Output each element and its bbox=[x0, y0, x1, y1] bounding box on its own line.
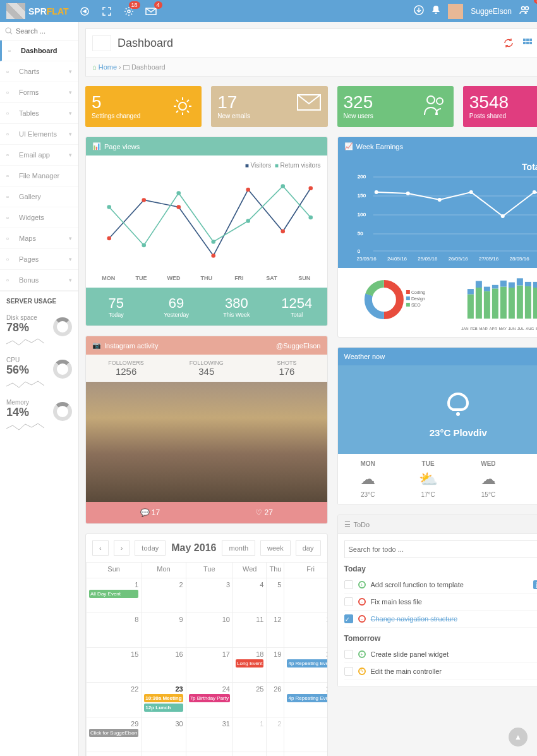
svg-rect-66 bbox=[492, 285, 498, 289]
svg-rect-72 bbox=[517, 278, 523, 285]
todo-item[interactable]: −Fix main less fileless× bbox=[344, 594, 538, 611]
svg-rect-59 bbox=[468, 295, 474, 319]
svg-text:100: 100 bbox=[357, 212, 366, 217]
todo-checkbox[interactable] bbox=[344, 650, 353, 659]
nav-ui-elements[interactable]: ▫UI Elements▾ bbox=[0, 124, 78, 145]
svg-point-44 bbox=[406, 192, 409, 195]
bell-icon[interactable]: 5 bbox=[431, 5, 440, 17]
svg-rect-67 bbox=[500, 287, 507, 319]
svg-rect-64 bbox=[484, 287, 490, 291]
todo-checkbox[interactable] bbox=[344, 580, 353, 589]
nav-file-manager[interactable]: ▫File Manager bbox=[0, 166, 78, 186]
svg-point-4 bbox=[522, 7, 525, 10]
svg-point-48 bbox=[532, 190, 536, 194]
svg-point-31 bbox=[427, 96, 435, 104]
cal-week[interactable]: week bbox=[260, 540, 291, 556]
avatar[interactable] bbox=[448, 4, 463, 19]
mail-icon[interactable]: 4 bbox=[145, 5, 157, 18]
search-input[interactable] bbox=[16, 27, 66, 35]
svg-point-20 bbox=[211, 253, 215, 258]
search-box[interactable] bbox=[0, 22, 78, 40]
svg-point-45 bbox=[437, 198, 441, 202]
cal-month[interactable]: month bbox=[222, 540, 255, 556]
cal-day[interactable]: day bbox=[296, 540, 321, 556]
nav-maps[interactable]: ▫Maps▾ bbox=[0, 228, 78, 249]
tile-new-emails[interactable]: 17New emails bbox=[211, 86, 327, 127]
svg-point-32 bbox=[437, 98, 443, 104]
settings-icon[interactable]: 18 bbox=[123, 5, 135, 18]
collapse-icon[interactable] bbox=[78, 5, 91, 18]
todo-checkbox[interactable]: ✓ bbox=[344, 614, 353, 623]
calendar-panel: ‹ › today May 2016 month week day SunMon… bbox=[85, 533, 328, 756]
svg-rect-69 bbox=[509, 288, 515, 319]
earnings-chart: 200 150 100 50 0 bbox=[344, 172, 538, 254]
cal-today[interactable]: today bbox=[135, 540, 166, 556]
calendar-grid[interactable]: SunMonTueWedThuFriSat 1All Day Event2345… bbox=[86, 562, 328, 756]
todo-item[interactable]: +Add scroll function to templatejavascri… bbox=[344, 576, 538, 594]
svg-point-23 bbox=[308, 186, 313, 191]
nav-forms[interactable]: ▫Forms▾ bbox=[0, 82, 78, 103]
usage-memory: Memory14% bbox=[0, 396, 78, 438]
tile-settings-changed[interactable]: 5Settings changed bbox=[85, 86, 202, 127]
nav-pages[interactable]: ▫Pages▾ bbox=[0, 249, 78, 270]
download-icon[interactable] bbox=[414, 5, 424, 17]
breadcrumb: ⌂ Home › Dashboard bbox=[85, 58, 537, 76]
nav-charts[interactable]: ▫Charts▾ bbox=[0, 61, 78, 82]
nav-dashboard[interactable]: ▫Dashboard bbox=[0, 40, 78, 61]
svg-point-1 bbox=[128, 10, 130, 13]
logo-icon bbox=[6, 3, 25, 19]
todo-checkbox[interactable] bbox=[344, 667, 353, 676]
crumb-home[interactable]: Home bbox=[99, 63, 117, 71]
cal-prev[interactable]: ‹ bbox=[92, 540, 109, 556]
server-usage-head: SERVER USAGE bbox=[0, 291, 78, 311]
todo-item[interactable]: ✓−Change navigation structurehtml× bbox=[344, 611, 538, 628]
scroll-top-button[interactable]: ▲ bbox=[509, 728, 528, 747]
svg-rect-74 bbox=[525, 282, 531, 286]
svg-rect-55 bbox=[406, 296, 409, 300]
username[interactable]: SuggeElson bbox=[471, 7, 512, 16]
weather-day: THU⛅18°C bbox=[519, 454, 537, 504]
svg-point-43 bbox=[374, 190, 378, 194]
svg-point-27 bbox=[211, 240, 215, 244]
refresh-icon[interactable] bbox=[503, 37, 516, 50]
brand: SPRFLAT bbox=[28, 6, 69, 16]
todo-item[interactable]: ✎Edit the main controllerphp× bbox=[344, 663, 538, 680]
svg-text:SEO: SEO bbox=[411, 303, 420, 307]
svg-rect-53 bbox=[406, 290, 409, 294]
svg-rect-73 bbox=[525, 286, 531, 319]
tile-new-users[interactable]: 325New users bbox=[337, 86, 454, 127]
nav-bonus[interactable]: ▫Bonus▾ bbox=[0, 270, 78, 291]
donut-chart: Coding Design SEO bbox=[344, 274, 456, 331]
svg-point-28 bbox=[246, 219, 250, 223]
weather-day: TUE⛅17°C bbox=[398, 454, 458, 504]
cal-next[interactable]: › bbox=[114, 540, 130, 556]
fullscreen-icon[interactable] bbox=[100, 5, 113, 18]
svg-rect-57 bbox=[406, 303, 409, 307]
friends-icon[interactable]: 3 bbox=[519, 6, 531, 16]
instagram-panel: 📷Instagram activity@SuggeElson FOLLOWERS… bbox=[85, 336, 328, 524]
tile-posts-shared[interactable]: 3548Posts shared bbox=[463, 86, 537, 127]
nav-gallery[interactable]: ▫Gallery bbox=[0, 186, 78, 207]
svg-rect-76 bbox=[533, 282, 537, 288]
svg-rect-70 bbox=[509, 283, 515, 288]
likes-count[interactable]: ♡ 27 bbox=[255, 508, 273, 517]
page-icon bbox=[92, 35, 111, 51]
instagram-photo bbox=[86, 382, 327, 502]
pageviews-chart bbox=[92, 169, 321, 273]
nav-widgets[interactable]: ▫Widgets bbox=[0, 207, 78, 228]
svg-rect-10 bbox=[523, 42, 526, 44]
panel-header: 📷Instagram activity@SuggeElson bbox=[86, 336, 327, 355]
weather-panel: Weather now 23°C Plovdiv MON☁23°CTUE⛅17°… bbox=[337, 347, 538, 505]
todo-search-input[interactable] bbox=[344, 540, 538, 558]
weather-day: MON☁23°C bbox=[338, 454, 398, 504]
nav-tables[interactable]: ▫Tables▾ bbox=[0, 103, 78, 124]
apps-icon[interactable] bbox=[522, 37, 534, 50]
svg-point-24 bbox=[107, 205, 111, 209]
nav-email-app[interactable]: ▫Email app▾ bbox=[0, 145, 78, 166]
todo-checkbox[interactable] bbox=[344, 597, 353, 606]
sidebar: ▫Dashboard▫Charts▾▫Forms▾▫Tables▾▫UI Ele… bbox=[0, 22, 79, 756]
todo-item[interactable]: +Create slide panel widgetcss× bbox=[344, 646, 538, 663]
search-icon bbox=[5, 27, 13, 35]
cal-title: May 2016 bbox=[171, 542, 217, 554]
comments-count[interactable]: 💬 17 bbox=[140, 508, 160, 517]
